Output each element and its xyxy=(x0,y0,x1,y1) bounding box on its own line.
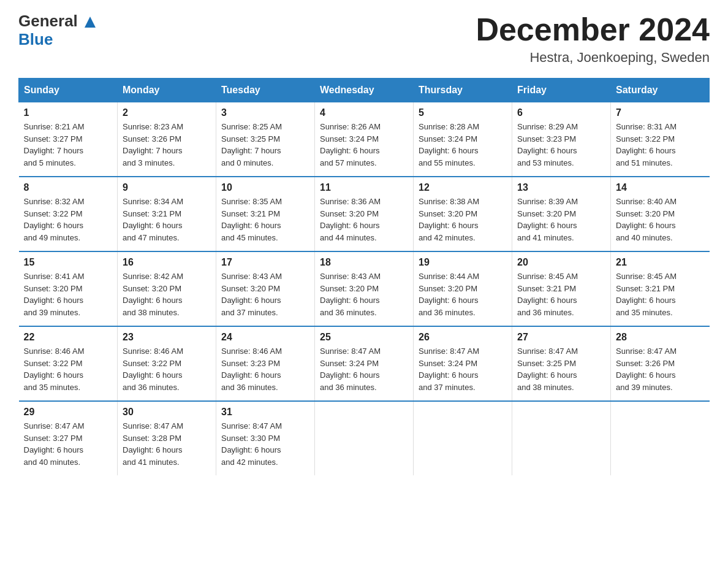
day-info: Sunrise: 8:45 AMSunset: 3:21 PMDaylight:… xyxy=(616,270,705,318)
day-info: Sunrise: 8:46 AMSunset: 3:23 PMDaylight:… xyxy=(221,345,309,393)
calendar-cell: 18Sunrise: 8:43 AMSunset: 3:20 PMDayligh… xyxy=(315,251,414,326)
day-number: 26 xyxy=(419,332,507,343)
calendar-cell: 21Sunrise: 8:45 AMSunset: 3:21 PMDayligh… xyxy=(611,251,710,326)
day-number: 13 xyxy=(517,182,605,193)
day-info: Sunrise: 8:46 AMSunset: 3:22 PMDaylight:… xyxy=(24,345,113,393)
calendar-cell: 15Sunrise: 8:41 AMSunset: 3:20 PMDayligh… xyxy=(19,251,118,326)
day-info: Sunrise: 8:44 AMSunset: 3:20 PMDaylight:… xyxy=(419,270,507,318)
calendar-cell: 10Sunrise: 8:35 AMSunset: 3:21 PMDayligh… xyxy=(216,177,315,251)
calendar-week-row: 8Sunrise: 8:32 AMSunset: 3:22 PMDaylight… xyxy=(19,177,710,251)
day-number: 5 xyxy=(419,107,507,118)
month-title: December 2024 xyxy=(476,12,710,47)
calendar-cell: 5Sunrise: 8:28 AMSunset: 3:24 PMDaylight… xyxy=(414,102,512,177)
day-info: Sunrise: 8:47 AMSunset: 3:28 PMDaylight:… xyxy=(123,420,211,468)
day-info: Sunrise: 8:25 AMSunset: 3:25 PMDaylight:… xyxy=(221,121,309,169)
page-header: General Blue December 2024 Hestra, Joenk… xyxy=(18,12,710,66)
day-number: 22 xyxy=(24,332,113,343)
calendar-cell: 1Sunrise: 8:21 AMSunset: 3:27 PMDaylight… xyxy=(19,102,118,177)
calendar-cell xyxy=(414,401,512,475)
logo: General Blue xyxy=(18,12,97,48)
day-info: Sunrise: 8:34 AMSunset: 3:21 PMDaylight:… xyxy=(123,196,211,243)
calendar-cell: 7Sunrise: 8:31 AMSunset: 3:22 PMDaylight… xyxy=(611,102,710,177)
calendar-cell: 4Sunrise: 8:26 AMSunset: 3:24 PMDaylight… xyxy=(315,102,414,177)
day-info: Sunrise: 8:40 AMSunset: 3:20 PMDaylight:… xyxy=(616,196,705,243)
calendar-cell: 9Sunrise: 8:34 AMSunset: 3:21 PMDaylight… xyxy=(118,177,216,251)
day-info: Sunrise: 8:47 AMSunset: 3:27 PMDaylight:… xyxy=(24,420,113,468)
day-number: 3 xyxy=(221,107,309,118)
calendar-cell: 12Sunrise: 8:38 AMSunset: 3:20 PMDayligh… xyxy=(414,177,512,251)
calendar-cell: 30Sunrise: 8:47 AMSunset: 3:28 PMDayligh… xyxy=(118,401,216,475)
calendar-header-sunday: Sunday xyxy=(19,79,118,102)
calendar-week-row: 1Sunrise: 8:21 AMSunset: 3:27 PMDaylight… xyxy=(19,102,710,177)
calendar-header-wednesday: Wednesday xyxy=(315,79,414,102)
day-info: Sunrise: 8:23 AMSunset: 3:26 PMDaylight:… xyxy=(123,121,211,169)
calendar-header-saturday: Saturday xyxy=(611,79,710,102)
day-info: Sunrise: 8:46 AMSunset: 3:22 PMDaylight:… xyxy=(123,345,211,393)
calendar-cell: 11Sunrise: 8:36 AMSunset: 3:20 PMDayligh… xyxy=(315,177,414,251)
day-number: 31 xyxy=(221,407,309,418)
calendar-header-tuesday: Tuesday xyxy=(216,79,315,102)
day-info: Sunrise: 8:47 AMSunset: 3:24 PMDaylight:… xyxy=(419,345,507,393)
day-number: 15 xyxy=(24,257,113,268)
calendar-cell: 16Sunrise: 8:42 AMSunset: 3:20 PMDayligh… xyxy=(118,251,216,326)
calendar-cell: 29Sunrise: 8:47 AMSunset: 3:27 PMDayligh… xyxy=(19,401,118,475)
calendar-week-row: 15Sunrise: 8:41 AMSunset: 3:20 PMDayligh… xyxy=(19,251,710,326)
calendar-cell: 3Sunrise: 8:25 AMSunset: 3:25 PMDaylight… xyxy=(216,102,315,177)
svg-marker-0 xyxy=(85,17,96,28)
calendar-cell: 25Sunrise: 8:47 AMSunset: 3:24 PMDayligh… xyxy=(315,326,414,401)
location-title: Hestra, Joenkoeping, Sweden xyxy=(476,50,710,66)
day-number: 28 xyxy=(616,332,705,343)
day-info: Sunrise: 8:36 AMSunset: 3:20 PMDaylight:… xyxy=(320,196,408,243)
day-info: Sunrise: 8:38 AMSunset: 3:20 PMDaylight:… xyxy=(419,196,507,243)
day-info: Sunrise: 8:35 AMSunset: 3:21 PMDaylight:… xyxy=(221,196,309,243)
day-number: 6 xyxy=(517,107,605,118)
calendar-cell: 19Sunrise: 8:44 AMSunset: 3:20 PMDayligh… xyxy=(414,251,512,326)
calendar-cell xyxy=(512,401,611,475)
calendar-cell: 8Sunrise: 8:32 AMSunset: 3:22 PMDaylight… xyxy=(19,177,118,251)
day-number: 24 xyxy=(221,332,309,343)
day-number: 29 xyxy=(24,407,113,418)
logo-triangle-icon xyxy=(82,12,97,30)
day-info: Sunrise: 8:26 AMSunset: 3:24 PMDaylight:… xyxy=(320,121,408,169)
day-number: 9 xyxy=(123,182,211,193)
calendar-cell: 23Sunrise: 8:46 AMSunset: 3:22 PMDayligh… xyxy=(118,326,216,401)
calendar-header-friday: Friday xyxy=(512,79,611,102)
calendar-cell: 14Sunrise: 8:40 AMSunset: 3:20 PMDayligh… xyxy=(611,177,710,251)
day-number: 27 xyxy=(517,332,605,343)
day-number: 18 xyxy=(320,257,408,268)
day-info: Sunrise: 8:47 AMSunset: 3:30 PMDaylight:… xyxy=(221,420,309,468)
logo-general-text: General xyxy=(18,12,97,30)
day-number: 16 xyxy=(123,257,211,268)
calendar-cell xyxy=(611,401,710,475)
day-number: 7 xyxy=(616,107,705,118)
day-number: 2 xyxy=(123,107,211,118)
day-number: 17 xyxy=(221,257,309,268)
calendar-cell: 6Sunrise: 8:29 AMSunset: 3:23 PMDaylight… xyxy=(512,102,611,177)
calendar-cell: 13Sunrise: 8:39 AMSunset: 3:20 PMDayligh… xyxy=(512,177,611,251)
day-info: Sunrise: 8:47 AMSunset: 3:26 PMDaylight:… xyxy=(616,345,705,393)
day-info: Sunrise: 8:47 AMSunset: 3:25 PMDaylight:… xyxy=(517,345,605,393)
calendar-table: SundayMondayTuesdayWednesdayThursdayFrid… xyxy=(18,78,710,475)
calendar-cell: 27Sunrise: 8:47 AMSunset: 3:25 PMDayligh… xyxy=(512,326,611,401)
day-number: 30 xyxy=(123,407,211,418)
logo-blue-text: Blue xyxy=(18,31,97,48)
day-number: 4 xyxy=(320,107,408,118)
day-info: Sunrise: 8:43 AMSunset: 3:20 PMDaylight:… xyxy=(320,270,408,318)
day-info: Sunrise: 8:41 AMSunset: 3:20 PMDaylight:… xyxy=(24,270,113,318)
day-number: 20 xyxy=(517,257,605,268)
calendar-cell: 24Sunrise: 8:46 AMSunset: 3:23 PMDayligh… xyxy=(216,326,315,401)
day-info: Sunrise: 8:42 AMSunset: 3:20 PMDaylight:… xyxy=(123,270,211,318)
day-info: Sunrise: 8:29 AMSunset: 3:23 PMDaylight:… xyxy=(517,121,605,169)
day-info: Sunrise: 8:47 AMSunset: 3:24 PMDaylight:… xyxy=(320,345,408,393)
calendar-header-thursday: Thursday xyxy=(414,79,512,102)
day-info: Sunrise: 8:45 AMSunset: 3:21 PMDaylight:… xyxy=(517,270,605,318)
calendar-cell: 28Sunrise: 8:47 AMSunset: 3:26 PMDayligh… xyxy=(611,326,710,401)
day-number: 25 xyxy=(320,332,408,343)
day-info: Sunrise: 8:21 AMSunset: 3:27 PMDaylight:… xyxy=(24,121,113,169)
day-number: 23 xyxy=(123,332,211,343)
calendar-cell: 26Sunrise: 8:47 AMSunset: 3:24 PMDayligh… xyxy=(414,326,512,401)
day-info: Sunrise: 8:31 AMSunset: 3:22 PMDaylight:… xyxy=(616,121,705,169)
calendar-week-row: 29Sunrise: 8:47 AMSunset: 3:27 PMDayligh… xyxy=(19,401,710,475)
day-info: Sunrise: 8:28 AMSunset: 3:24 PMDaylight:… xyxy=(419,121,507,169)
calendar-cell: 22Sunrise: 8:46 AMSunset: 3:22 PMDayligh… xyxy=(19,326,118,401)
